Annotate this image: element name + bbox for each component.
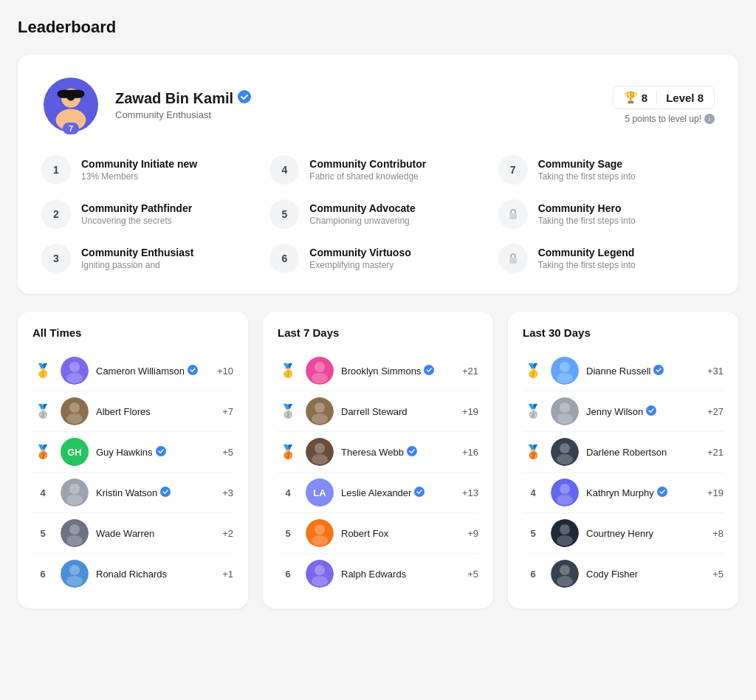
rank-badge: 🥉 [523, 439, 543, 465]
achievement-desc: 13% Members [81, 171, 197, 182]
lb-avatar [306, 519, 334, 547]
achievement-desc: Igniting passion and [81, 260, 193, 270]
achievement-info: Community HeroTaking the first steps int… [538, 202, 636, 226]
svg-point-45 [560, 362, 570, 372]
info-icon[interactable]: i [704, 114, 715, 124]
verified-icon [188, 365, 198, 377]
lb-avatar [306, 357, 334, 385]
svg-point-17 [69, 484, 80, 494]
lb-name-group: Cameron Williamson [96, 365, 210, 377]
svg-point-39 [315, 524, 325, 535]
rank-badge: 🥉 [278, 439, 298, 465]
rank-badge: 🥇 [32, 357, 53, 384]
trophy-group: 🏆 8 [624, 91, 647, 104]
rank-badge: 5 [32, 528, 53, 539]
lb-score: +21 [462, 366, 478, 377]
rank-badge: 4 [278, 487, 298, 498]
lb-row: 6 Cody Fisher+5 [523, 554, 724, 594]
rank-badge: 🥈 [523, 398, 543, 425]
svg-point-19 [160, 487, 171, 497]
achievement-title: Community Enthusiast [81, 247, 193, 258]
achievement-info: Community AdvocateChampioning unwavering [309, 202, 415, 226]
profile-right: 🏆 8 Level 8 5 points to level up! i [613, 86, 715, 124]
svg-point-5 [238, 90, 251, 103]
svg-point-31 [315, 402, 325, 413]
lb-name: Robert Fox [341, 528, 388, 539]
svg-point-61 [557, 535, 573, 546]
lb-row: 4LALeslie Alexander+13 [278, 473, 478, 513]
lb-avatar [61, 357, 89, 385]
achievement-title: Community Pathfinder [81, 202, 192, 214]
leaderboard-panel: Last 7 Days🥇 Brooklyn Simmons+21🥈 Darrel… [263, 312, 493, 608]
profile-info: Zawad Bin Kamil Community Enthusiast [115, 90, 251, 120]
achievement-desc: Taking the first steps into [538, 171, 636, 182]
lb-avatar [61, 519, 89, 547]
svg-point-63 [560, 565, 570, 575]
lb-row: 🥉 Theresa Webb+16 [278, 432, 478, 473]
lb-name-group: Guy Hawkins [96, 446, 215, 459]
lb-name-group: Robert Fox [341, 528, 460, 539]
rank-badge: 4 [523, 487, 543, 498]
lb-score: +21 [707, 447, 724, 458]
svg-point-56 [560, 484, 570, 494]
lb-name: Leslie Alexander [341, 487, 411, 498]
lb-name-group: Leslie Alexander [341, 487, 455, 499]
lb-score: +5 [467, 569, 478, 580]
lb-name-group: Darlene Robertson [586, 447, 700, 458]
lb-score: +9 [467, 528, 478, 539]
lb-name: Cameron Williamson [96, 366, 185, 377]
lb-name: Ronald Richards [96, 569, 167, 580]
achievement-item: 7Community SageTaking the first steps in… [498, 155, 715, 185]
lb-row: 🥈 Darrell Steward+19 [278, 391, 478, 432]
svg-point-13 [69, 402, 80, 413]
lb-score: +31 [707, 366, 724, 377]
leaderboard-panel: All Times🥇 Cameron Williamson+10🥈 Albert… [18, 312, 248, 608]
profile-level-badge: 7 [63, 123, 79, 134]
verified-icon [407, 446, 417, 459]
svg-point-4 [66, 92, 75, 100]
lb-score: +19 [707, 487, 724, 498]
lb-score: +5 [712, 569, 724, 580]
profile-subtitle: Community Enthusiast [115, 109, 251, 120]
svg-point-42 [315, 565, 325, 575]
lb-score: +19 [462, 406, 478, 417]
achievement-desc: Taking the first steps into [538, 260, 636, 270]
svg-point-53 [560, 443, 570, 453]
lb-name-group: Cody Fisher [586, 569, 705, 580]
lb-panel-title: Last 30 Days [523, 326, 724, 339]
lb-avatar [551, 478, 579, 507]
lb-score: +27 [707, 406, 724, 417]
achievement-rank [498, 244, 528, 273]
lb-name-group: Kristin Watson [96, 487, 215, 499]
lb-score: +10 [217, 366, 233, 377]
svg-point-50 [557, 414, 573, 424]
achievement-rank: 7 [498, 155, 528, 185]
achievement-title: Community Initiate new [81, 158, 197, 170]
achievement-title: Community Hero [538, 202, 636, 214]
achievement-item: Community HeroTaking the first steps int… [498, 199, 715, 229]
rank-badge: 5 [278, 528, 298, 539]
lb-avatar [551, 357, 579, 385]
svg-point-46 [557, 373, 573, 383]
lb-name-group: Wade Warren [96, 528, 215, 539]
page-title: Leaderboard [18, 18, 738, 37]
svg-point-29 [424, 365, 434, 375]
level-label: Level 8 [666, 92, 704, 104]
svg-point-64 [557, 576, 573, 586]
lb-score: +8 [712, 528, 724, 539]
svg-point-37 [414, 487, 425, 497]
lb-avatar [551, 397, 579, 425]
svg-point-9 [69, 362, 80, 372]
achievement-title: Community Contributor [309, 158, 426, 170]
leaderboard-panel: Last 30 Days🥇 Dianne Russell+31🥈 Jenny W… [508, 312, 738, 608]
achievement-info: Community LegendTaking the first steps i… [538, 247, 636, 270]
svg-point-49 [560, 402, 570, 413]
achievement-info: Community VirtuosoExemplifying mastery [309, 247, 410, 270]
achievement-title: Community Advocate [309, 202, 415, 214]
lb-avatar [61, 560, 89, 588]
lb-avatar [306, 438, 334, 466]
achievement-rank: 6 [269, 244, 299, 273]
svg-point-35 [312, 454, 328, 464]
svg-point-22 [66, 535, 83, 546]
lb-avatar [306, 560, 334, 588]
